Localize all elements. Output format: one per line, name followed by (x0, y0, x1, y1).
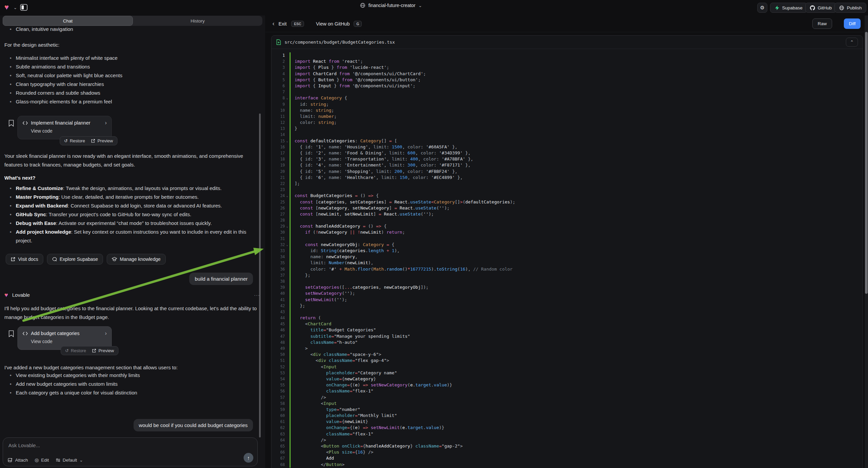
view-code-link[interactable]: View code (31, 128, 107, 134)
visit-docs-button[interactable]: Visit docs (6, 254, 43, 265)
fold-caret-icon (285, 89, 289, 95)
file-header[interactable]: src/components/budget/BudgetCategories.t… (272, 36, 863, 49)
tab-history[interactable]: History (133, 16, 262, 26)
line-number: 59 (272, 407, 285, 413)
edit-button[interactable]: ◎ Edit (35, 457, 49, 463)
list-item: Master Prompting: Use clear, detailed, a… (4, 193, 258, 201)
code-line: 6import { Input } from '@/components/ui/… (272, 83, 863, 89)
code-text: limit: Number(newLimit), (289, 260, 863, 266)
restore-button[interactable]: ↺Restore (64, 138, 85, 143)
chat-scrollbar[interactable] (259, 114, 261, 437)
user-message: would be cool if you could add budget ca… (133, 419, 253, 431)
raw-button[interactable]: Raw (812, 19, 832, 29)
fold-caret-icon (285, 162, 289, 168)
code-text: className="flex-1" (289, 431, 863, 437)
fold-caret-icon (285, 443, 289, 449)
version-card-title: Implement financial planner (31, 120, 90, 125)
lovable-logo-icon[interactable]: ♥ (4, 3, 9, 11)
line-number: 26 (272, 205, 285, 211)
project-switcher[interactable]: financial-future-creator ⌄ (360, 3, 422, 8)
chat-input[interactable] (8, 442, 149, 448)
code-text: }; (289, 272, 863, 278)
exit-button[interactable]: Exit (278, 21, 286, 27)
fold-caret-icon (285, 108, 289, 114)
external-link-icon (91, 139, 95, 143)
attach-button[interactable]: Attach (8, 458, 28, 463)
code-text: title="Budget Categories" (289, 327, 863, 333)
fold-caret-icon (285, 125, 289, 131)
manage-knowledge-button[interactable]: Manage knowledge (107, 254, 165, 265)
fold-caret-icon (285, 333, 289, 340)
bookmark-icon[interactable] (8, 119, 14, 127)
fold-caret-icon (285, 394, 289, 401)
code-text: Add (289, 455, 863, 461)
code-text: }; (289, 303, 863, 309)
code-line: 24⌄const BudgetCategories = () => { (272, 193, 863, 199)
github-button[interactable]: GitHub (805, 3, 836, 13)
explore-supabase-button[interactable]: Explore Supabase (47, 254, 103, 265)
fold-caret-icon (285, 272, 289, 278)
settings-button[interactable]: ⚙ (757, 3, 767, 13)
chevron-left-icon[interactable]: ‹ (273, 20, 275, 27)
fold-caret-icon (285, 236, 289, 242)
line-number: 45 (272, 321, 285, 327)
view-on-github-button[interactable]: View on GitHub (316, 21, 350, 27)
version-card-implement-financial-planner[interactable]: Implement financial planner › View code (18, 116, 112, 139)
supabase-button[interactable]: Supabase (770, 3, 807, 13)
line-number: 2 (272, 58, 285, 64)
graduation-cap-icon (112, 257, 117, 262)
fold-caret-icon (285, 346, 289, 351)
restore-button[interactable]: ↺Restore (65, 348, 86, 353)
code-lines: 12import React from 'react';3import { Pl… (272, 49, 863, 468)
send-button[interactable]: ↑ (244, 453, 253, 463)
g-key-badge: G (354, 21, 362, 27)
diff-button[interactable]: Diff (844, 19, 861, 29)
code-panel: ‹ Exit ESC View on GitHub G Raw Diff src… (265, 0, 868, 468)
preview-button[interactable]: Preview (92, 348, 114, 353)
chevron-down-icon[interactable]: ⌄ (13, 5, 17, 10)
publish-button[interactable]: Publish (834, 3, 866, 13)
code-text: color: '#' + Math.floor(Math.random()*16… (289, 266, 863, 272)
gear-icon: ⚙ (760, 5, 764, 11)
preview-button[interactable]: Preview (91, 138, 113, 143)
line-number: 65 (272, 443, 285, 449)
fold-caret-icon[interactable]: ⌄ (285, 242, 289, 248)
tab-chat[interactable]: Chat (3, 16, 133, 26)
line-number: 18 (272, 156, 285, 162)
sliders-icon (56, 458, 60, 462)
attach-image-icon (8, 458, 13, 463)
code-text: <div className="flex gap-4"> (289, 357, 863, 363)
line-number: 5 (272, 77, 285, 83)
collapse-button[interactable]: ⌃ (846, 38, 858, 47)
line-number: 67 (272, 455, 285, 461)
line-number: 15 (272, 138, 285, 144)
view-code-link[interactable]: View code (31, 339, 107, 344)
chevron-right-icon[interactable]: › (105, 120, 107, 126)
mode-selector[interactable]: Default ⌄ (56, 458, 83, 463)
file-diff-card: src/components/budget/BudgetCategories.t… (271, 35, 863, 468)
file-plus-icon (276, 39, 281, 45)
chevron-right-icon[interactable]: › (105, 330, 107, 337)
code-line: 8⌄interface Category { (272, 95, 863, 101)
line-number: 12 (272, 119, 285, 125)
code-text: value={newLimit} (289, 419, 863, 425)
code-line: 50 <div className="space-y-6"> (272, 351, 863, 357)
code-line: 49 > (272, 346, 863, 351)
app-header: ♥ ⌄ financial-future-creator ⌄ ⚙ Supabas… (0, 0, 868, 16)
fold-caret-icon[interactable]: ⌄ (285, 223, 289, 229)
code-text: ]; (289, 181, 863, 187)
fold-caret-icon[interactable]: ⌄ (285, 193, 289, 199)
line-number: 7 (272, 89, 285, 95)
code-text (289, 52, 863, 58)
fold-caret-icon (285, 101, 289, 108)
sidebar-toggle-button[interactable] (20, 3, 28, 12)
assistant-ready-text: Your sleek financial planner is now read… (4, 152, 254, 169)
line-number: 38 (272, 278, 285, 284)
fold-caret-icon[interactable]: ⌄ (285, 138, 289, 144)
line-number: 44 (272, 315, 285, 321)
window-scrollbar[interactable] (865, 32, 868, 294)
fold-caret-icon[interactable]: ⌄ (285, 95, 289, 101)
line-number: 49 (272, 346, 285, 351)
code-text: <div className="space-y-6"> (289, 351, 863, 357)
bookmark-icon[interactable] (8, 330, 14, 338)
